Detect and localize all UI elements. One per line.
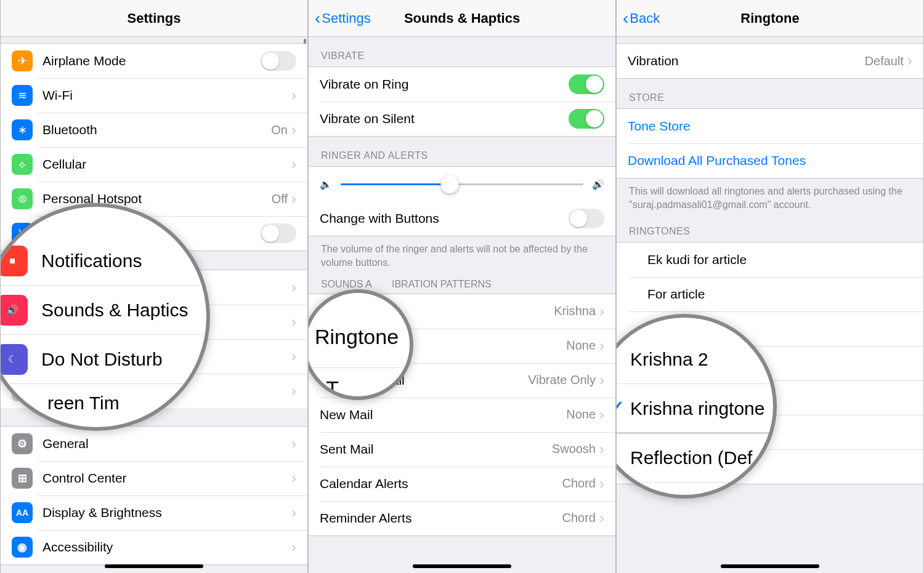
change-with-buttons-row[interactable]: Change with Buttons: [309, 201, 615, 236]
toggle[interactable]: [569, 109, 604, 129]
zoom-row[interactable]: ■Notifications: [0, 236, 210, 286]
settings-row[interactable]: ⊚Personal HotspotOff›: [1, 182, 307, 216]
volume-slider[interactable]: [341, 183, 583, 185]
settings-row[interactable]: ⊞Control Center›: [1, 461, 307, 495]
ringtone-screen: ‹ Back Ringtone Vibration Default › STOR…: [616, 0, 924, 573]
back-button[interactable]: ‹ Back: [623, 9, 660, 28]
chevron-right-icon: ›: [291, 279, 296, 296]
settings-row[interactable]: AADisplay & Brightness›: [1, 495, 307, 530]
toggle[interactable]: [569, 74, 604, 94]
settings-row[interactable]: ∗BluetoothOn›: [1, 113, 307, 147]
chevron-right-icon: ›: [599, 337, 604, 355]
hotspot-icon: ⊚: [12, 188, 33, 209]
control-icon: ⊞: [12, 468, 33, 489]
change-buttons-toggle[interactable]: [569, 209, 604, 228]
back-button[interactable]: ‹ Settings: [315, 9, 371, 28]
ringtone-row[interactable]: ✓Ek kudi for article: [617, 242, 923, 277]
chevron-right-icon: ›: [291, 313, 296, 331]
gear-icon: ⚙: [12, 433, 33, 454]
store-row[interactable]: Download All Purchased Tones: [617, 143, 923, 178]
store-row[interactable]: Tone Store: [617, 109, 923, 143]
zoom-ringtone-row[interactable]: Ringtone: [308, 318, 413, 368]
bluetooth-icon: ∗: [12, 119, 33, 140]
chevron-right-icon: ›: [599, 303, 604, 320]
chevron-right-icon: ›: [907, 52, 912, 70]
moon-icon: ☾: [0, 344, 28, 375]
settings-row[interactable]: ⟡Cellular›: [1, 147, 307, 182]
airplane-icon: ✈: [12, 50, 33, 71]
home-indicator: [105, 564, 203, 568]
section-header-store: STORE: [617, 79, 923, 108]
chevron-right-icon: ›: [599, 372, 604, 389]
section-footer-ringer: The volume of the ringer and alerts will…: [309, 236, 615, 280]
settings-row[interactable]: ≋Wi-Fi›: [1, 78, 307, 113]
zoom-row[interactable]: 🔊Sounds & Haptics: [0, 286, 210, 335]
zoom-ringtone-row[interactable]: ✓Krishna ringtone: [616, 384, 777, 433]
chevron-right-icon: ›: [291, 156, 296, 173]
chevron-right-icon: ›: [291, 121, 296, 138]
section-footer-store: This will download all ringtones and ale…: [617, 178, 923, 222]
display-icon: AA: [12, 502, 33, 523]
sound-row[interactable]: Sent MailSwoosh›: [309, 432, 615, 467]
wifi-icon: ≋: [12, 85, 33, 106]
sound-row[interactable]: Calendar AlertsChord›: [309, 467, 615, 501]
cellular-icon: ⟡: [12, 154, 33, 175]
chevron-left-icon: ‹: [623, 9, 628, 28]
navbar: ‹ Settings Sounds & Haptics: [309, 0, 615, 37]
section-header-vibrate: VIBRATE: [309, 37, 615, 66]
chevron-left-icon: ‹: [315, 9, 320, 28]
zoom-row[interactable]: ☾Do Not Disturb: [0, 335, 210, 384]
chevron-right-icon: ›: [599, 475, 604, 492]
bell-icon: ■: [0, 246, 28, 276]
home-indicator: [413, 564, 511, 568]
settings-screen: Settings ✈Airplane Mode≋Wi-Fi›∗Bluetooth…: [0, 0, 308, 573]
speaker-high-icon: 🔊: [592, 178, 604, 190]
vibration-row[interactable]: Vibration Default ›: [617, 44, 923, 78]
chevron-right-icon: ›: [291, 87, 296, 104]
settings-row[interactable]: ✈Airplane Mode: [1, 44, 307, 78]
checkmark-icon: ✓: [616, 395, 630, 423]
ringtone-row[interactable]: ✓For article: [617, 277, 923, 311]
page-title: Sounds & Haptics: [404, 10, 520, 26]
home-indicator: [721, 564, 819, 568]
settings-row[interactable]: Vibrate on Silent: [309, 102, 615, 136]
navbar: Settings: [1, 0, 307, 37]
settings-row[interactable]: ◉Accessibility›: [1, 530, 307, 564]
sound-row[interactable]: Reminder AlertsChord›: [309, 501, 615, 535]
chevron-right-icon: ›: [291, 504, 296, 521]
chevron-right-icon: ›: [291, 539, 296, 556]
chevron-right-icon: ›: [599, 441, 604, 458]
sound-row[interactable]: New MailNone›: [309, 398, 615, 432]
chevron-right-icon: ›: [599, 406, 604, 423]
toggle[interactable]: [261, 223, 296, 243]
access-icon: ◉: [12, 537, 33, 558]
settings-row[interactable]: ⚙General›: [1, 427, 307, 461]
navbar: ‹ Back Ringtone: [617, 0, 923, 37]
toggle[interactable]: [261, 51, 296, 71]
volume-slider-row[interactable]: 🔈 🔊: [309, 167, 615, 201]
chevron-right-icon: ›: [599, 510, 604, 527]
chevron-right-icon: ›: [291, 435, 296, 452]
settings-row[interactable]: Vibrate on Ring: [309, 67, 615, 102]
section-header-ringtones: RINGTONES: [617, 222, 923, 242]
page-title: Ringtone: [740, 10, 799, 26]
sounds-haptics-screen: ‹ Settings Sounds & Haptics VIBRATE Vibr…: [308, 0, 616, 573]
chevron-right-icon: ›: [291, 190, 296, 207]
page-title: Settings: [128, 10, 181, 26]
chevron-right-icon: ›: [291, 470, 296, 487]
speaker-icon: 🔊: [0, 295, 28, 326]
chevron-right-icon: ›: [291, 382, 296, 399]
section-header-ringer: RINGER AND ALERTS: [309, 137, 615, 166]
speaker-low-icon: 🔈: [320, 178, 332, 190]
chevron-right-icon: ›: [291, 348, 296, 365]
